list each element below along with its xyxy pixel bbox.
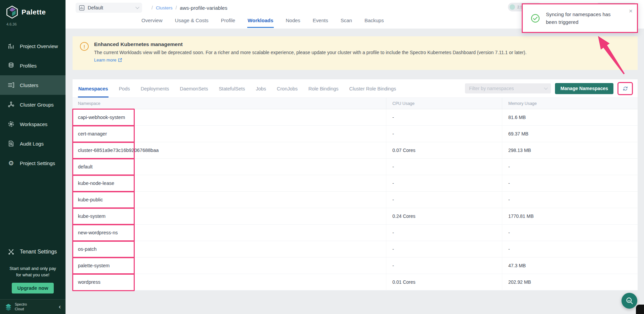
workspaces-icon	[7, 120, 15, 128]
tools-icon	[7, 248, 15, 256]
column-header-namespace[interactable]: Namespace	[73, 98, 386, 109]
app-version: 4.6.36	[0, 19, 66, 26]
workloads-tab[interactable]: Pods	[119, 86, 130, 97]
cluster-tab[interactable]: Events	[312, 15, 329, 28]
sidebar-nav: Project Overview Profiles Clusters Clust…	[0, 36, 66, 173]
sidebar-item-profiles[interactable]: Profiles	[0, 56, 66, 75]
deprecation-banner: ! Enhanced Kubernetes management The cur…	[73, 36, 638, 70]
sidebar-item-tenant-settings[interactable]: Tenant Settings	[0, 244, 66, 260]
usage-dot-icon	[510, 4, 515, 10]
sidebar-item-workspaces[interactable]: Workspaces	[0, 114, 66, 134]
warning-icon: !	[80, 42, 89, 51]
workloads-tab[interactable]: Namespaces	[78, 86, 109, 97]
sidebar-item-project-overview[interactable]: Project Overview	[0, 36, 66, 56]
project-selector-dropdown[interactable]: Default	[76, 3, 142, 13]
promo-line-2: for what you use!	[3, 272, 62, 278]
table-row[interactable]: capi-webhook-system - 81.6 MB	[73, 109, 638, 126]
sidebar-footer: Spectro Cloud ‹	[0, 299, 66, 314]
sidebar-item-cluster-groups[interactable]: Cluster Groups	[0, 95, 66, 114]
brand-line-1: Spectro	[15, 302, 27, 307]
sidebar-item-audit-logs[interactable]: Audit Logs	[0, 134, 66, 153]
search-fab[interactable]	[621, 293, 637, 309]
cluster-tab-bar: OverviewUsage & CostsProfileWorkloadsNod…	[141, 15, 384, 28]
workloads-tab[interactable]: DaemonSets	[179, 86, 208, 97]
namespace-filter-dropdown[interactable]	[465, 83, 551, 93]
upgrade-promo: Start small and only pay for what you us…	[0, 266, 66, 278]
cpu-usage-cell: 0.01 Cores	[386, 274, 502, 290]
cpu-usage-cell: -	[386, 175, 502, 191]
success-check-icon	[531, 14, 540, 23]
audit-logs-icon	[7, 140, 15, 147]
table-row[interactable]: kube-public - -	[73, 192, 638, 208]
sidebar-collapse-chevron[interactable]: ‹	[59, 303, 61, 310]
table-row[interactable]: wordpress 0.01 Cores 202.92 MB	[73, 274, 638, 290]
table-row[interactable]: cert-manager - 69.37 MB	[73, 126, 638, 142]
table-row[interactable]: default - -	[73, 159, 638, 175]
manage-namespaces-button[interactable]: Manage Namespaces	[555, 83, 613, 94]
namespace-cell: os-patch	[73, 241, 386, 257]
workloads-panel: NamespacesPodsDeploymentsDaemonSetsState…	[73, 79, 638, 290]
close-icon[interactable]: ×	[629, 8, 633, 14]
bar-chart-icon	[79, 5, 85, 11]
cluster-tab[interactable]: Workloads	[247, 15, 273, 28]
clusters-icon	[7, 81, 15, 89]
toast-message-line-1: Syncing for namespaces has	[546, 10, 627, 18]
workloads-tab[interactable]: CronJobs	[276, 86, 298, 97]
memory-usage-cell: 298.13 MB	[502, 142, 638, 158]
banner-title: Enhanced Kubernetes management	[94, 41, 526, 47]
breadcrumb-link-clusters[interactable]: Clusters	[156, 5, 173, 10]
namespace-table: capi-webhook-system - 81.6 MB cert-manag…	[73, 109, 638, 290]
column-header-cpu[interactable]: CPU Usage	[386, 98, 502, 109]
table-row[interactable]: kube-node-lease - -	[73, 175, 638, 192]
cpu-usage-cell: 0.24 Cores	[386, 208, 502, 224]
memory-usage-cell: -	[502, 192, 638, 208]
memory-usage-cell: -	[502, 241, 638, 257]
sidebar-item-label: Tenant Settings	[20, 249, 57, 255]
palette-logo-icon	[6, 5, 18, 19]
table-row[interactable]: os-patch - -	[73, 241, 638, 258]
table-row[interactable]: new-wordpress-ns - -	[73, 225, 638, 241]
workloads-tab[interactable]: Role Bindings	[308, 86, 339, 97]
sidebar-item-label: Audit Logs	[20, 141, 44, 147]
toast-message-line-2: been triggered	[546, 18, 627, 26]
chart-icon	[7, 42, 15, 50]
column-header-memory[interactable]: Memory Usage	[502, 98, 638, 109]
sidebar-item-label: Cluster Groups	[20, 102, 54, 108]
corner-widget	[636, 305, 644, 314]
cluster-groups-icon	[7, 101, 15, 108]
cluster-tab[interactable]: Profile	[221, 15, 236, 28]
memory-usage-cell: 202.92 MB	[502, 274, 638, 290]
sidebar-item-project-settings[interactable]: ⚙ Project Settings	[0, 153, 66, 173]
cpu-usage-cell: -	[386, 241, 502, 257]
workloads-tab[interactable]: StatefulSets	[218, 86, 245, 97]
chevron-down-icon	[135, 5, 139, 9]
cluster-tab[interactable]: Backups	[364, 15, 384, 28]
workloads-tab[interactable]: Deployments	[140, 86, 170, 97]
cluster-tab[interactable]: Overview	[141, 15, 163, 28]
cluster-tab[interactable]: Scan	[340, 15, 352, 28]
sidebar: Palette 4.6.36 Project Overview Profiles…	[0, 0, 66, 314]
upgrade-now-button[interactable]: Upgrade now	[12, 283, 54, 293]
workloads-tab[interactable]: Cluster Role Bindings	[349, 86, 396, 97]
toast-message: Syncing for namespaces has been triggere…	[546, 10, 627, 26]
cpu-usage-cell: -	[386, 126, 502, 142]
table-row[interactable]: cluster-6851a9e73c16b92067688baa 0.07 Co…	[73, 142, 638, 159]
table-row[interactable]: kube-system 0.24 Cores 1770.81 MB	[73, 208, 638, 225]
workloads-tab[interactable]: Jobs	[255, 86, 266, 97]
cluster-tab[interactable]: Nodes	[286, 15, 301, 28]
cpu-usage-cell: -	[386, 192, 502, 208]
sidebar-item-clusters[interactable]: Clusters	[0, 75, 66, 95]
external-link-icon	[118, 58, 122, 62]
learn-more-link[interactable]: Learn more	[94, 57, 122, 63]
namespace-filter-input[interactable]	[469, 86, 544, 91]
memory-usage-cell: -	[502, 159, 638, 175]
sidebar-item-label: Workspaces	[20, 121, 47, 127]
table-row[interactable]: palette-system - 47.3 MB	[73, 258, 638, 274]
spectro-cloud-brand: Spectro Cloud	[15, 302, 27, 311]
refresh-button[interactable]	[617, 82, 633, 95]
cluster-tab[interactable]: Usage & Costs	[175, 15, 209, 28]
memory-usage-cell: 1770.81 MB	[502, 208, 638, 224]
project-selector-value: Default	[88, 5, 103, 10]
table-header: Namespace CPU Usage Memory Usage	[73, 97, 638, 109]
sidebar-item-label: Clusters	[20, 82, 38, 88]
